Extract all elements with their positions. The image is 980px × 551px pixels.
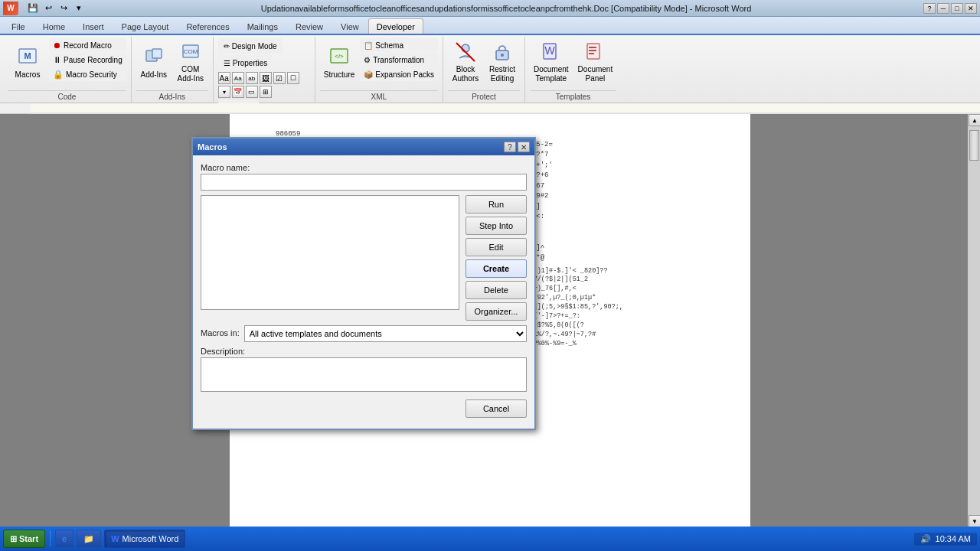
svg-rect-15 [589,47,596,48]
ribbon-group-templates: W DocumentTemplate DocumentPan [525,37,621,103]
dialog-title: Macros [198,142,227,152]
dialog-window-controls: ? ✕ [504,142,530,152]
com-add-ins-button[interactable]: COM COMAdd-Ins [173,38,208,86]
block-authors-button[interactable]: BlockAuthors [448,38,483,86]
ctrl-aa-upper[interactable]: Aa [218,72,230,84]
tab-mailings[interactable]: Mailings [239,18,286,34]
run-button[interactable]: Run [466,195,527,214]
transformation-button[interactable]: ⚙ Transformation [360,53,438,67]
step-into-button[interactable]: Step Into [466,217,527,235]
macro-name-input[interactable] [201,174,527,191]
office-button[interactable]: W [3,2,18,15]
expansion-packs-button[interactable]: 📦 Expansion Packs [360,67,438,81]
templates-group-items: W DocumentTemplate DocumentPan [530,37,616,90]
dialog-left-panel [201,195,459,321]
tab-insert[interactable]: Insert [74,18,113,34]
ctrl-block[interactable]: ▭ [246,86,258,98]
redo-button[interactable]: ↪ [57,2,70,15]
macros-button[interactable]: M Macros [8,38,47,86]
ribbon-content: M Macros ⏺ Record Macro ⏸ Pause Recordin… [0,34,980,103]
svg-rect-18 [31,103,980,114]
close-button[interactable]: ✕ [965,3,977,14]
cancel-button[interactable]: Cancel [466,399,527,418]
macro-list[interactable] [201,195,459,310]
ctrl-check1[interactable]: ☑ [273,72,286,84]
scrollbar-right[interactable]: ▲ ▼ [968,114,980,527]
properties-icon: ☰ [224,59,230,67]
restrict-editing-button[interactable]: RestrictEditing [485,38,520,86]
start-button[interactable]: ⊞ Start [3,530,45,548]
com-addins-label: COMAdd-Ins [177,65,203,83]
folder-icon: 📁 [83,534,94,544]
dialog-help-button[interactable]: ? [504,142,516,152]
create-button[interactable]: Create [466,259,527,278]
dialog-close-button[interactable]: ✕ [518,142,530,152]
macros-icon: M [15,44,40,69]
svg-text:M: M [24,51,31,60]
taskbar: ⊞ Start e 📁 W Microsoft Word 🔊 10:34 AM [0,527,980,551]
macros-in-select[interactable]: All active templates and documents Norma… [244,325,527,342]
organizer-button[interactable]: Organizer... [466,302,527,321]
ctrl-check2[interactable]: ☐ [287,72,299,84]
explorer-taskbar-btn[interactable]: 📁 [77,530,101,548]
word-icon: W [111,534,119,543]
window-title: Updationavailableformsofficetocleanoffic… [89,4,923,13]
clock: 10:34 AM [936,534,971,543]
ie-icon: e [62,534,67,543]
description-box[interactable] [201,357,527,392]
document-panel-label: DocumentPanel [578,65,613,83]
maximize-button[interactable]: □ [951,3,963,14]
ctrl-aa-lower[interactable]: Aa [232,72,244,84]
ribbon-group-code: M Macros ⏺ Record Macro ⏸ Pause Recordin… [3,37,132,103]
ctrl-date[interactable]: 📅 [232,86,244,98]
save-button[interactable]: 💾 [26,2,40,15]
dialog-main-area: Run Step Into Edit Create Delete Organiz… [201,195,527,321]
ctrl-text[interactable]: ab [246,72,258,84]
word-taskbar-btn[interactable]: W Microsoft Word [104,530,185,548]
security-icon: 🔒 [53,70,64,80]
design-mode-button[interactable]: ✏ Design Mode [218,38,283,54]
ctrl-image[interactable]: 🖼 [260,72,272,84]
add-ins-button[interactable]: Add-Ins [136,38,172,86]
record-icon: ⏺ [53,41,61,50]
edit-button[interactable]: Edit [466,238,527,256]
scroll-thumb[interactable] [969,130,979,161]
delete-button[interactable]: Delete [466,281,527,299]
tab-home[interactable]: Home [34,18,74,34]
document-panel-button[interactable]: DocumentPanel [574,38,617,86]
restrict-editing-label: RestrictEditing [489,65,515,83]
svg-text:W: W [544,44,555,57]
ie-taskbar-btn[interactable]: e [55,530,74,548]
dialog-footer: Cancel [201,396,527,421]
tab-developer[interactable]: Developer [368,18,423,34]
code-group-label: Code [8,90,126,103]
tab-view[interactable]: View [332,18,368,34]
help-button[interactable]: ? [923,3,936,14]
tab-file[interactable]: File [3,18,34,34]
document-template-label: DocumentTemplate [534,65,569,83]
scroll-up-button[interactable]: ▲ [969,114,980,126]
scroll-down-button[interactable]: ▼ [969,515,980,527]
scroll-track [969,126,980,515]
macro-security-button[interactable]: 🔒 Macro Security [49,67,126,81]
record-macro-button[interactable]: ⏺ Record Macro [49,38,126,52]
document-area: 986059 $]2-)6=?'?3,=?74- 0:7:+5-2= ?3+|$… [0,114,980,527]
undo-button[interactable]: ↩ [41,2,55,15]
pause-recording-button[interactable]: ⏸ Pause Recording [49,53,126,67]
document-template-button[interactable]: W DocumentTemplate [530,38,573,86]
minimize-button[interactable]: ─ [937,3,949,14]
schema-button[interactable]: 📋 Schema [360,38,438,52]
macros-label: Macros [15,70,41,80]
ctrl-extra[interactable]: ⊞ [260,86,272,98]
ribbon-group-addins: Add-Ins COM COMAdd-Ins Add-Ins [132,37,214,103]
structure-button[interactable]: </> Structure [320,38,359,86]
tab-review[interactable]: Review [287,18,332,34]
tab-references[interactable]: References [178,18,237,34]
ctrl-combo[interactable]: ▾ [218,86,230,98]
svg-point-11 [501,54,504,57]
macro-name-label: Macro name: [201,163,527,172]
qa-dropdown[interactable]: ▾ [72,2,86,15]
tab-page-layout[interactable]: Page Layout [113,18,178,34]
properties-button[interactable]: ☰ Properties [218,55,273,70]
block-authors-icon [453,41,478,64]
